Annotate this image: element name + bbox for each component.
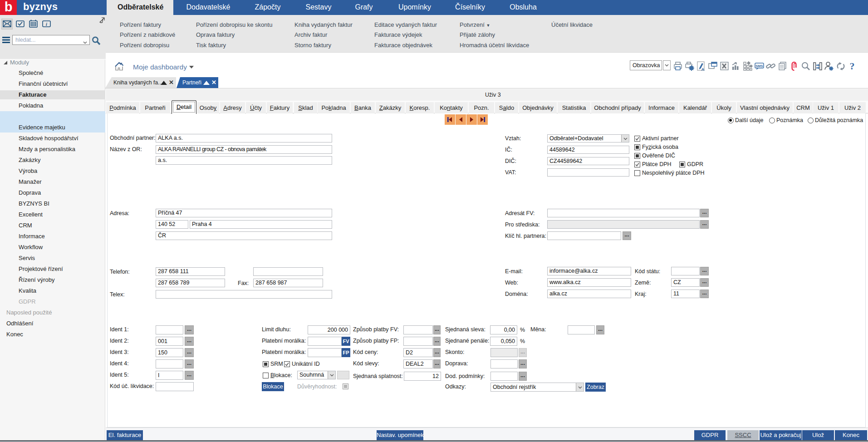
- svg-text:SMS: SMS: [755, 64, 763, 68]
- svg-text:i: i: [46, 22, 47, 27]
- svg-text:A: A: [701, 67, 705, 72]
- svg-text:?: ?: [850, 61, 855, 71]
